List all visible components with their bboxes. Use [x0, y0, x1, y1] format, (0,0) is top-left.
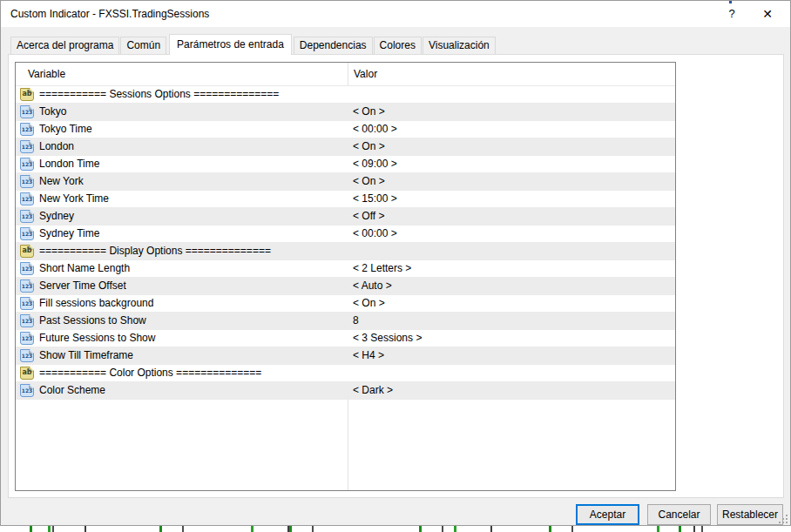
param-variable: New York: [39, 173, 84, 190]
reset-button[interactable]: Restablecer: [717, 504, 783, 525]
numeric-param-icon: 123: [20, 105, 34, 118]
param-variable: London Time: [39, 156, 99, 172]
param-value[interactable]: < Auto >: [353, 278, 392, 294]
background-app-sliver: [0, 526, 791, 532]
table-row[interactable]: ab=========== Sessions Options =========…: [16, 86, 675, 104]
table-row[interactable]: 123Short Name Length< 2 Letters >: [16, 260, 675, 278]
tab-par-metros-de-entrada[interactable]: Parámetros de entrada: [169, 34, 292, 55]
tab-visualizaci-n[interactable]: Visualización: [423, 37, 496, 54]
table-row[interactable]: 123Fill sessions background< On >: [16, 295, 675, 313]
tab-acerca-del-programa[interactable]: Acerca del programa: [10, 37, 119, 54]
param-variable: Future Sessions to Show: [39, 330, 155, 347]
param-variable: Tokyo Time: [39, 121, 92, 138]
table-row[interactable]: 123Show Till Timeframe< H4 >: [16, 347, 675, 365]
param-value[interactable]: < Off >: [353, 208, 384, 225]
parameter-table: Variable Valor ab=========== Sessions Op…: [15, 62, 676, 491]
param-variable: Sydney: [39, 208, 74, 225]
table-row[interactable]: 123Sydney< Off >: [16, 208, 675, 226]
string-param-icon: ab: [20, 367, 34, 380]
param-variable: Server Time Offset: [39, 278, 126, 294]
table-row[interactable]: 123Tokyo< On >: [16, 104, 675, 121]
background-window-sliver: [729, 1, 732, 3]
param-value[interactable]: < 00:00 >: [353, 226, 397, 242]
param-variable: =========== Sessions Options ===========…: [39, 86, 279, 103]
table-row[interactable]: ab=========== Display Options ==========…: [16, 243, 675, 260]
column-header-valor: Valor: [354, 63, 377, 85]
param-variable: Sydney Time: [39, 226, 99, 242]
param-variable: =========== Display Options ============…: [39, 243, 271, 259]
numeric-param-icon: 123: [20, 192, 34, 205]
numeric-param-icon: 123: [20, 158, 34, 171]
close-icon[interactable]: ✕: [750, 1, 785, 27]
param-value[interactable]: 8: [353, 313, 359, 329]
help-button[interactable]: ?: [717, 1, 747, 27]
numeric-param-icon: 123: [20, 140, 34, 153]
param-variable: London: [39, 138, 74, 155]
param-variable: Short Name Length: [39, 260, 130, 277]
window-title: Custom Indicator - FXSSI.TradingSessions: [10, 1, 209, 27]
numeric-param-icon: 123: [20, 279, 34, 293]
numeric-param-icon: 123: [20, 175, 34, 188]
tab-com-n[interactable]: Común: [120, 37, 166, 54]
param-value[interactable]: < On >: [353, 295, 385, 312]
param-value[interactable]: < Dark >: [353, 382, 393, 399]
column-header-variable: Variable: [28, 63, 65, 85]
param-variable: Tokyo: [39, 104, 66, 120]
param-variable: Past Sessions to Show: [39, 313, 146, 329]
resize-grip[interactable]: [779, 515, 789, 525]
param-variable: New York Time: [39, 191, 109, 207]
param-variable: =========== Color Options ==============: [39, 365, 261, 381]
param-value[interactable]: < 2 Letters >: [353, 260, 411, 277]
numeric-param-icon: 123: [20, 332, 34, 345]
numeric-param-icon: 123: [20, 262, 34, 275]
table-row[interactable]: ab=========== Color Options ============…: [16, 365, 675, 382]
table-row[interactable]: 123Server Time Offset< Auto >: [16, 278, 675, 295]
numeric-param-icon: 123: [20, 349, 34, 362]
param-variable: Show Till Timeframe: [39, 347, 133, 364]
string-param-icon: ab: [20, 88, 34, 101]
param-value[interactable]: < 15:00 >: [353, 191, 397, 207]
table-row[interactable]: 123Future Sessions to Show< 3 Sessions >: [16, 330, 675, 347]
table-row[interactable]: 123London< On >: [16, 138, 675, 156]
table-header: Variable Valor: [16, 63, 675, 86]
tab-dependencias[interactable]: Dependencias: [294, 37, 373, 54]
ok-button[interactable]: Aceptar: [576, 504, 639, 525]
numeric-param-icon: 123: [20, 123, 34, 136]
param-value[interactable]: < On >: [353, 138, 385, 155]
param-value[interactable]: < 09:00 >: [353, 156, 397, 172]
table-row[interactable]: 123Tokyo Time< 00:00 >: [16, 121, 675, 138]
param-variable: Color Scheme: [39, 382, 105, 399]
param-value[interactable]: < On >: [353, 173, 385, 190]
table-row[interactable]: 123Color Scheme< Dark >: [16, 382, 675, 400]
param-table-rows: ab=========== Sessions Options =========…: [16, 86, 675, 400]
string-param-icon: ab: [20, 245, 34, 258]
numeric-param-icon: 123: [20, 297, 34, 310]
tab-colores[interactable]: Colores: [374, 37, 422, 54]
table-row[interactable]: 123New York Time< 15:00 >: [16, 191, 675, 208]
cancel-button[interactable]: Cancelar: [647, 504, 711, 525]
numeric-param-icon: 123: [20, 314, 34, 327]
param-variable: Fill sessions background: [39, 295, 153, 312]
param-value[interactable]: < H4 >: [353, 347, 384, 364]
numeric-param-icon: 123: [20, 210, 34, 223]
param-value[interactable]: < 3 Sessions >: [353, 330, 422, 347]
numeric-param-icon: 123: [20, 227, 34, 240]
table-row[interactable]: 123New York< On >: [16, 173, 675, 191]
table-row[interactable]: 123London Time< 09:00 >: [16, 156, 675, 173]
table-row[interactable]: 123Past Sessions to Show8: [16, 313, 675, 330]
param-value[interactable]: < On >: [353, 104, 385, 120]
numeric-param-icon: 123: [20, 384, 34, 397]
param-value[interactable]: < 00:00 >: [353, 121, 397, 138]
titlebar[interactable]: Custom Indicator - FXSSI.TradingSessions…: [1, 1, 790, 27]
table-row[interactable]: 123Sydney Time< 00:00 >: [16, 226, 675, 243]
screen: Custom Indicator - FXSSI.TradingSessions…: [0, 0, 791, 532]
tab-bar: Acerca del programaComúnParámetros de en…: [10, 34, 497, 54]
dialog-window: Custom Indicator - FXSSI.TradingSessions…: [0, 0, 791, 526]
